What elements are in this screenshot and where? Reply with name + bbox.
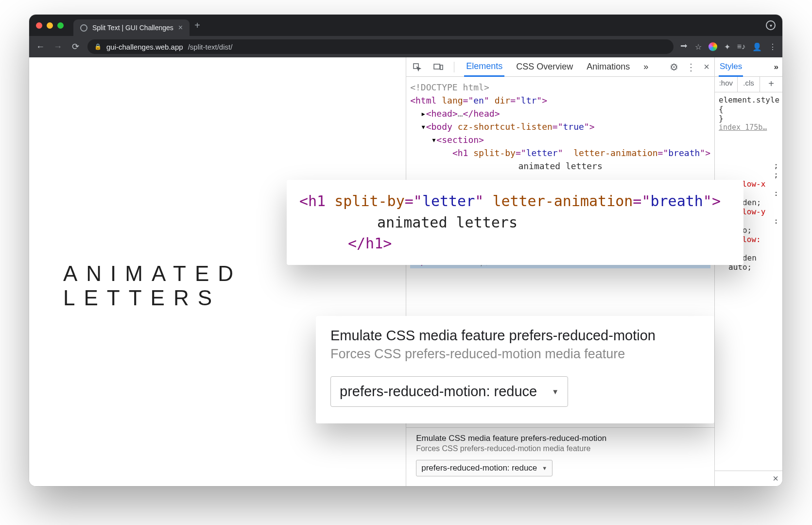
styles-more-button[interactable]: »: [774, 62, 778, 72]
browser-window: Split Text | GUI Challenges × + ▾ ← → ⟳ …: [29, 15, 782, 486]
styles-hov-toggle[interactable]: :hov: [715, 77, 737, 92]
callout-rendering-desc: Forces CSS prefers-reduced-motion media …: [330, 347, 700, 362]
rendering-panel: Emulate CSS media feature prefers-reduce…: [406, 427, 714, 486]
callout-rendering: Emulate CSS media feature prefers-reduce…: [316, 316, 714, 423]
devtools-kebab-icon[interactable]: ⋮: [686, 61, 696, 73]
callout-rendering-select-value: prefers-reduced-motion: reduce: [340, 384, 537, 400]
styles-rule-file[interactable]: index 175b…: [719, 123, 778, 132]
tab-close-button[interactable]: ×: [178, 23, 183, 32]
chrome-menu-button[interactable]: ⋮: [769, 42, 777, 52]
maximize-window-button[interactable]: [57, 22, 64, 29]
tab-favicon: [80, 24, 87, 32]
profile-avatar-icon[interactable]: 👤: [752, 42, 762, 52]
chevron-down-icon: ▼: [542, 465, 547, 471]
profile-button[interactable]: ▾: [766, 20, 776, 30]
back-button[interactable]: ←: [35, 42, 46, 52]
tab-more[interactable]: »: [641, 58, 650, 76]
tab-elements[interactable]: Elements: [464, 57, 504, 77]
devtools-close-icon[interactable]: ×: [704, 61, 709, 72]
extension-color-icon[interactable]: [708, 42, 717, 51]
minimize-window-button[interactable]: [47, 22, 53, 29]
styles-pane-close[interactable]: ×: [715, 471, 782, 486]
dom-doctype[interactable]: <!DOCTYPE html>: [410, 81, 710, 94]
close-window-button[interactable]: [36, 22, 42, 29]
styles-element-style: element.style {: [719, 95, 778, 114]
tab-bar: Split Text | GUI Challenges × + ▾: [29, 15, 782, 36]
callout-code-text: animated letters: [299, 212, 731, 233]
styles-cls-toggle[interactable]: .cls: [737, 77, 760, 92]
extensions-puzzle-icon[interactable]: ✦: [724, 42, 730, 52]
dom-html-open[interactable]: <html lang="en" dir="ltr">: [410, 94, 710, 107]
rendering-title: Emulate CSS media feature prefers-reduce…: [416, 434, 705, 443]
rendering-select[interactable]: prefers-reduced-motion: reduce ▼: [416, 460, 553, 476]
tab-animations[interactable]: Animations: [585, 58, 632, 76]
callout-code-line-1: <h1 split-by="letter" letter-animation="…: [299, 191, 731, 212]
reading-list-icon[interactable]: ≡♪: [737, 42, 745, 51]
svg-rect-2: [440, 65, 443, 70]
callout-rendering-select[interactable]: prefers-reduced-motion: reduce ▼: [330, 376, 568, 407]
tab-css-overview[interactable]: CSS Overview: [514, 58, 575, 76]
device-toolbar-icon[interactable]: [432, 61, 444, 73]
lock-icon: 🔒: [94, 43, 102, 50]
window-controls: [36, 22, 64, 29]
url-host: gui-challenges.web.app: [106, 43, 183, 51]
dom-h1-text[interactable]: animated letters: [410, 159, 710, 173]
dom-section-open[interactable]: ▾<section>: [410, 133, 710, 146]
styles-tab-label[interactable]: Styles: [719, 58, 743, 77]
new-tab-button[interactable]: +: [194, 20, 200, 31]
toolbar-icons: ⮕ ☆ ✦ ≡♪ 👤 ⋮: [680, 42, 777, 52]
chevron-down-icon: ▼: [552, 387, 559, 396]
tabbar-right: ▾: [766, 20, 776, 31]
url-path: /split-text/dist/: [188, 43, 233, 51]
browser-tab[interactable]: Split Text | GUI Challenges ×: [73, 19, 190, 36]
bookmark-star-icon[interactable]: ☆: [695, 42, 702, 52]
dom-head[interactable]: ▸<head>…</head>: [410, 107, 710, 120]
dom-body-open[interactable]: ▾<body cz-shortcut-listen="true">: [410, 120, 710, 133]
styles-brace-close: }: [719, 114, 778, 123]
url-bar[interactable]: 🔒 gui-challenges.web.app/split-text/dist…: [87, 39, 674, 54]
inspect-element-icon[interactable]: [411, 61, 423, 73]
rendering-desc: Forces CSS prefers-reduced-motion media …: [416, 444, 705, 453]
svg-rect-1: [434, 64, 440, 69]
dom-h1[interactable]: <h1 split-by="letter" letter-animation="…: [410, 146, 710, 159]
callout-code-snippet: <h1 split-by="letter" letter-animation="…: [287, 180, 743, 265]
callout-rendering-title: Emulate CSS media feature prefers-reduce…: [330, 328, 700, 344]
styles-panel: Styles » :hov .cls + element.style { } i…: [714, 57, 782, 486]
rendering-select-value: prefers-reduced-motion: reduce: [421, 463, 537, 473]
styles-filter-row: :hov .cls +: [715, 77, 782, 92]
callout-code-close: </h1>: [299, 233, 731, 254]
forward-button[interactable]: →: [52, 42, 63, 52]
styles-add-rule-button[interactable]: +: [760, 77, 782, 92]
toolbar-separator: [454, 62, 454, 72]
styles-body[interactable]: element.style { } index 175b… ; ; overfl…: [715, 92, 782, 471]
page-heading: ANIMATED LETTERS: [63, 262, 406, 310]
devtools-toolbar: Elements CSS Overview Animations » ⚙ ⋮ ×: [406, 57, 714, 77]
translate-icon[interactable]: ⮕: [680, 42, 688, 51]
settings-gear-icon[interactable]: ⚙: [670, 61, 678, 73]
tab-title: Split Text | GUI Challenges: [92, 24, 173, 32]
styles-tabs: Styles »: [715, 57, 782, 77]
address-bar: ← → ⟳ 🔒 gui-challenges.web.app/split-tex…: [29, 36, 782, 57]
reload-button[interactable]: ⟳: [70, 41, 81, 52]
